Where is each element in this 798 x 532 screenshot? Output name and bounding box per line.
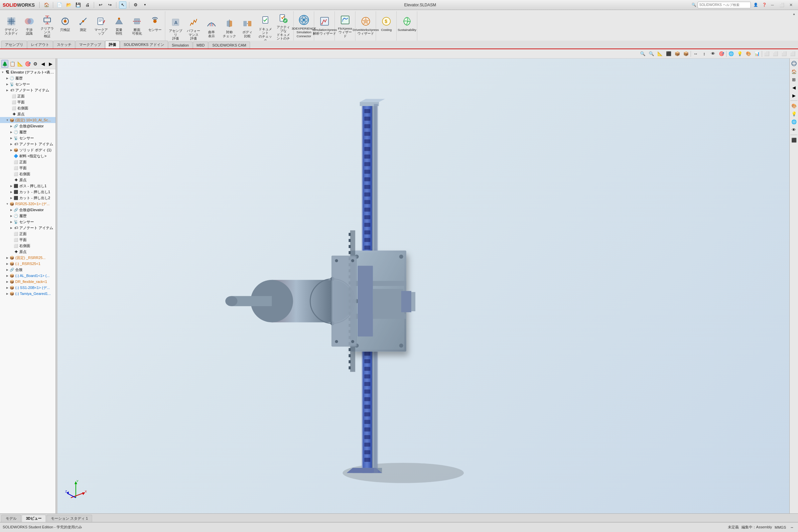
tree-rsr-front[interactable]: ▶ ⬜ 正面 (0, 231, 56, 237)
tree-cut2[interactable]: ▶ ⬛ カット - 押し出し2 (0, 195, 56, 201)
window-maximize[interactable]: ⬜ (789, 50, 797, 58)
simulation-xpress-btn[interactable]: SimulationXpress解析ウィザード (316, 15, 333, 37)
tree-mates[interactable]: ▶ 🔗 合致 (0, 267, 56, 273)
pan-btn[interactable]: ↕ (700, 50, 708, 58)
tree-rsr-sensor[interactable]: ▶ 📡 センサー (0, 219, 56, 225)
color-btn[interactable]: 🎨 (744, 50, 753, 58)
curvature-btn[interactable]: 曲率表示 (203, 17, 220, 40)
tree-rsr-mate[interactable]: ▶ 🔗 合致@Elevator (0, 207, 56, 213)
assembly-evaluate-btn[interactable]: A アセンブリ評価 (167, 16, 184, 41)
tree-rsr-hist[interactable]: ▶ 🕐 履歴 (0, 213, 56, 219)
markup-tab[interactable]: マークアップ (75, 41, 105, 49)
view-focus-btn[interactable]: 🎯 (718, 50, 725, 58)
3d-view-btn[interactable] (790, 60, 798, 67)
doc-check-btn[interactable]: ドキュメントのチェック (257, 14, 274, 41)
panel-expand-btn[interactable]: ▶ (47, 60, 54, 68)
tree-rsr-origin[interactable]: ▶ ✚ 原点 (0, 249, 56, 255)
help-account-btn[interactable]: 👤 (752, 1, 759, 8)
tree-rsr-right[interactable]: ▶ ⬜ 右側面 (0, 243, 56, 249)
light-right-btn[interactable]: 💡 (790, 110, 798, 117)
home-view-btn[interactable]: 🏠 (790, 68, 798, 75)
help-btn[interactable]: ❓ (761, 1, 768, 8)
tree-alboard[interactable]: ▶ 📦 (-) AL_Board1<1> (... (0, 273, 56, 279)
undo-button[interactable]: ↩ (97, 1, 104, 8)
save-button[interactable]: 💾 (75, 1, 82, 8)
tree-rsrs-comp[interactable]: ▶ 📦 (-) _RSRS25<1 (0, 261, 56, 267)
solidworks-addins-tab[interactable]: SOLIDWORKS アドイン (120, 41, 168, 49)
tree-rsr-annot[interactable]: ▶ 🏷 アノテート アイテム (0, 225, 56, 231)
tree-boss1[interactable]: ▶ ⬛ ボス - 押し出し1 (0, 183, 56, 189)
motion-study-tab[interactable]: モーション スタディ 1 (46, 515, 92, 522)
tree-rsr-top[interactable]: ▶ ⬜ 平面 (0, 237, 56, 243)
tree-ss1[interactable]: ▶ 📦 (-) SS1-20B<1> (デ... (0, 285, 56, 291)
assembly-tab[interactable]: アセンブリ (1, 41, 27, 49)
tree-front-plane[interactable]: ▶ ⬜ 正面 (0, 93, 56, 99)
display-style-btn[interactable]: 📦 (673, 50, 681, 58)
prev-view-btn[interactable]: ◀ (790, 84, 798, 91)
panel-collapse-btn[interactable]: ◀ (40, 60, 46, 68)
mass-btn[interactable]: 質量特性 (110, 15, 128, 37)
appearance-btn[interactable]: 🌐 (727, 50, 735, 58)
layout-tab[interactable]: レイアウト (27, 41, 53, 49)
zoom-fit-right-btn[interactable]: ⊞ (790, 76, 798, 83)
tree-sensor[interactable]: ▶ 📡 センサー (0, 81, 56, 87)
tree-material[interactable]: ▶ 🔷 材料 <指定なし> (0, 153, 56, 159)
sketch-tab[interactable]: スケッチ (53, 41, 75, 49)
symmetry-btn[interactable]: 対称チェック (221, 17, 238, 40)
interference-btn[interactable]: 干渉認識 (21, 15, 38, 37)
evaluate-tab[interactable]: 評価 (105, 41, 120, 49)
zoom-fit-btn[interactable]: 🔍 (647, 50, 656, 58)
scene-btn[interactable]: 📊 (753, 50, 761, 58)
options-dropdown[interactable]: ▼ (141, 1, 149, 8)
tree-origin2[interactable]: ▶ ✚ 原点 (0, 177, 56, 183)
search-input[interactable] (698, 2, 751, 8)
tree-dr-rack[interactable]: ▶ 📦 DR_flexible_rack<1 (0, 279, 56, 285)
mbd-tab[interactable]: MBD (193, 41, 208, 49)
sensor-btn[interactable]: センサー (146, 15, 164, 37)
tree-sensor2[interactable]: ▶ 📡 センサー (0, 135, 56, 141)
view-options-btn[interactable]: ⬛ (665, 50, 673, 58)
appearance-right-btn[interactable]: 🎨 (790, 102, 798, 109)
view-select-btn[interactable]: 👁 (709, 50, 717, 58)
next-view-btn[interactable]: ▶ (790, 92, 798, 99)
view-more-btn[interactable]: ⬜ (763, 50, 771, 58)
config-manager-btn[interactable]: 📐 (17, 60, 24, 68)
property-manager-btn[interactable]: 📋 (9, 60, 16, 68)
body-compare-btn[interactable]: ボディ比較 (239, 17, 256, 40)
tree-rsrr-comp[interactable]: ▶ 📦 (固定) _RSRR25... (0, 255, 56, 261)
performance-btn[interactable]: パフォーマンス評価 (185, 16, 202, 41)
scene-right-btn[interactable]: 🌐 (790, 118, 798, 125)
window-restore2[interactable]: ⬜ (780, 50, 788, 58)
hole-check-btn[interactable]: 穴検証 (57, 15, 74, 37)
tree-history[interactable]: ▶ 🕐 履歴 (0, 75, 56, 81)
tree-origin[interactable]: ▶ ✚ 原点 (0, 111, 56, 117)
tree-component1[interactable]: ▼ 📦 (固定) 10×10_Al_Sc... (0, 117, 56, 123)
measure-btn[interactable]: 測定 (75, 15, 92, 37)
realview-btn[interactable]: 👁 (790, 126, 798, 133)
tree-solid-bodies[interactable]: ▶ 📦 ソリッド ボディ (1) (0, 147, 56, 153)
simulation-tab[interactable]: Simulation (168, 41, 192, 49)
tree-view-icon-btn[interactable]: 🌲 (1, 60, 8, 68)
3d-view-tab[interactable]: 3Dビュー (22, 515, 46, 522)
tree-rsr-comp[interactable]: ▼ 📦 RSR25-320<1> (デ... (0, 201, 56, 207)
light-btn[interactable]: 💡 (736, 50, 744, 58)
tree-right-plane[interactable]: ▶ ⬜ 右側面 (0, 105, 56, 111)
model-tab[interactable]: モデル (1, 515, 21, 522)
tree-front2[interactable]: ▶ ⬜ 正面 (0, 159, 56, 165)
tree-annotation[interactable]: ▶ 🏷 アノテート アイテム (0, 87, 56, 93)
cursor-button[interactable]: ↖ (119, 1, 126, 8)
tree-tamiya[interactable]: ▶ 📦 (-) Tamiya_Geared1... (0, 291, 56, 297)
tree-history2[interactable]: ▶ 🕐 履歴 (0, 129, 56, 135)
status-settings-btn[interactable]: ↔ (789, 524, 795, 531)
close-button[interactable]: ✕ (787, 1, 795, 8)
solidworks-cam-tab[interactable]: SOLIDWORKS CAM (208, 41, 250, 49)
clearance-btn[interactable]: クリアランス検証 (39, 13, 56, 39)
view-angle-btn[interactable]: 📐 (656, 50, 664, 58)
section-btn[interactable]: 断面可視化 (128, 15, 146, 37)
tree-top2[interactable]: ▶ ⬜ 平面 (0, 165, 56, 171)
tree-annot2[interactable]: ▶ 🏷 アノテート アイテム (0, 141, 56, 147)
print-button[interactable]: 🖨 (84, 1, 91, 8)
tree-right2[interactable]: ▶ ⬜ 右側面 (0, 171, 56, 177)
driveworks-btn[interactable]: DriveWorksXpressウィザード (357, 15, 374, 37)
section-view-btn[interactable]: 📦 (682, 50, 690, 58)
